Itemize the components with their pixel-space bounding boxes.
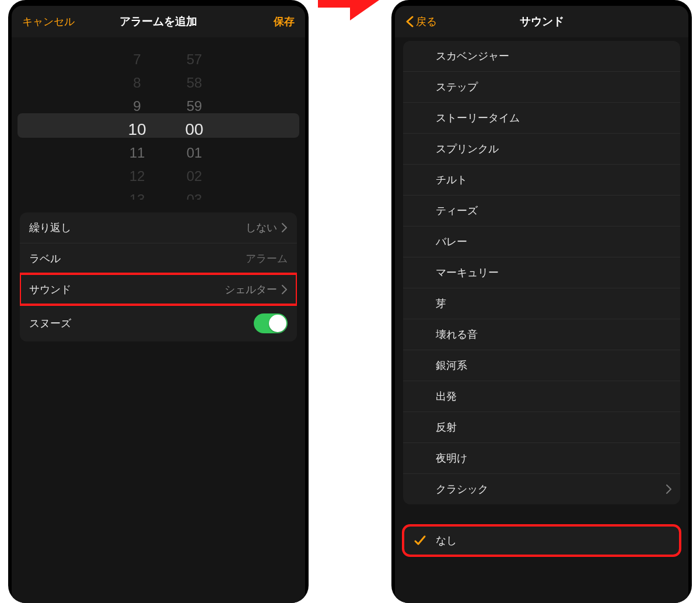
sound-option-label: ストーリータイム: [436, 111, 520, 125]
picker-row: 59: [187, 95, 202, 118]
nav-title: アラームを追加: [120, 14, 197, 29]
time-picker[interactable]: 7 8 9 10 11 12 13 57 58 59 00 01 02 03: [12, 48, 305, 200]
sound-option-label: 芽: [436, 297, 446, 311]
sound-option[interactable]: 反射: [403, 412, 680, 442]
label-value: アラーム: [246, 252, 288, 266]
sound-option-label: チルト: [436, 173, 467, 187]
sound-option[interactable]: バレー: [403, 226, 680, 257]
picker-row-selected: 10: [128, 118, 146, 141]
sound-option[interactable]: ステップ: [403, 71, 680, 102]
snooze-label: スヌーズ: [29, 316, 71, 330]
sound-option[interactable]: 夜明け: [403, 442, 680, 473]
svg-marker-0: [318, 0, 381, 20]
sound-option[interactable]: 出発: [403, 381, 680, 412]
none-label: なし: [436, 534, 457, 548]
phone-right: 戻る サウンド スカベンジャー ステップ ストーリータイム スプリンクル チルト…: [391, 0, 692, 603]
classic-label: クラシック: [436, 482, 488, 496]
sound-option-label: マーキュリー: [436, 266, 499, 280]
sound-list: スカベンジャー ステップ ストーリータイム スプリンクル チルト ティーズ バレ…: [403, 41, 680, 504]
repeat-value: しない: [246, 221, 288, 235]
picker-row: 7: [133, 48, 141, 71]
checkmark-icon: [414, 534, 426, 547]
sound-option-label: ティーズ: [436, 204, 478, 218]
picker-row: 11: [130, 141, 145, 165]
sound-option-label: ステップ: [436, 80, 478, 94]
sound-list-modal: 戻る サウンド スカベンジャー ステップ ストーリータイム スプリンクル チルト…: [395, 6, 688, 603]
label-row[interactable]: ラベル アラーム: [20, 243, 297, 274]
none-group: なし: [403, 525, 680, 556]
chevron-right-icon: [666, 485, 672, 494]
picker-row: 8: [133, 71, 141, 95]
sound-option[interactable]: 芽: [403, 288, 680, 319]
snooze-toggle[interactable]: [254, 313, 288, 333]
sound-option[interactable]: スカベンジャー: [403, 41, 680, 71]
sound-option-label: 壊れる音: [436, 327, 478, 341]
sound-option[interactable]: チルト: [403, 164, 680, 195]
sound-option-label: 銀河系: [436, 358, 467, 372]
classic-row[interactable]: クラシック: [403, 473, 680, 504]
sound-option[interactable]: スプリンクル: [403, 133, 680, 164]
save-button[interactable]: 保存: [274, 6, 295, 37]
repeat-row[interactable]: 繰り返し しない: [20, 212, 297, 243]
sound-value: シェルター: [225, 283, 288, 297]
sound-option[interactable]: マーキュリー: [403, 257, 680, 288]
sound-label: サウンド: [29, 283, 71, 297]
sound-row[interactable]: サウンド シェルター: [20, 274, 297, 305]
sound-option[interactable]: ストーリータイム: [403, 102, 680, 133]
arrow-right-icon: [318, 0, 382, 27]
snooze-row: スヌーズ: [20, 305, 297, 341]
add-alarm-modal: キャンセル アラームを追加 保存 7 8 9 10 11 12 13 57 58: [12, 6, 305, 603]
nav-bar: 戻る サウンド: [395, 6, 688, 37]
picker-row: 01: [187, 141, 202, 165]
sound-option-label: 出発: [436, 389, 457, 403]
cancel-button[interactable]: キャンセル: [22, 6, 75, 37]
sound-option-label: スカベンジャー: [436, 49, 509, 63]
chevron-left-icon: [405, 16, 414, 27]
nav-bar: キャンセル アラームを追加 保存: [12, 6, 305, 37]
back-button[interactable]: 戻る: [405, 6, 437, 37]
sound-option-label: スプリンクル: [436, 142, 499, 156]
sound-option[interactable]: ティーズ: [403, 195, 680, 226]
picker-row-selected: 00: [185, 118, 203, 141]
label-label: ラベル: [29, 252, 61, 266]
picker-row: 03: [187, 188, 202, 200]
picker-row: 58: [187, 71, 202, 95]
nav-title: サウンド: [520, 14, 564, 29]
repeat-label: 繰り返し: [29, 221, 71, 235]
hour-column[interactable]: 7 8 9 10 11 12 13: [111, 48, 163, 200]
sound-option-label: バレー: [436, 235, 467, 249]
sound-option-label: 反射: [436, 420, 457, 434]
picker-row: 12: [130, 165, 145, 188]
picker-row: 02: [187, 165, 202, 188]
chevron-right-icon: [282, 285, 288, 294]
none-row[interactable]: なし: [403, 525, 680, 556]
settings-group: 繰り返し しない ラベル アラーム サウンド シェルター: [20, 212, 297, 341]
picker-row: 9: [133, 95, 141, 118]
minute-column[interactable]: 57 58 59 00 01 02 03: [168, 48, 220, 200]
sound-option[interactable]: 銀河系: [403, 350, 680, 381]
chevron-right-icon: [282, 223, 288, 232]
sound-option[interactable]: 壊れる音: [403, 319, 680, 350]
picker-row: 57: [187, 48, 202, 71]
sound-option-label: 夜明け: [436, 451, 467, 465]
phone-left: キャンセル アラームを追加 保存 7 8 9 10 11 12 13 57 58: [8, 0, 309, 603]
picker-row: 13: [130, 188, 145, 200]
